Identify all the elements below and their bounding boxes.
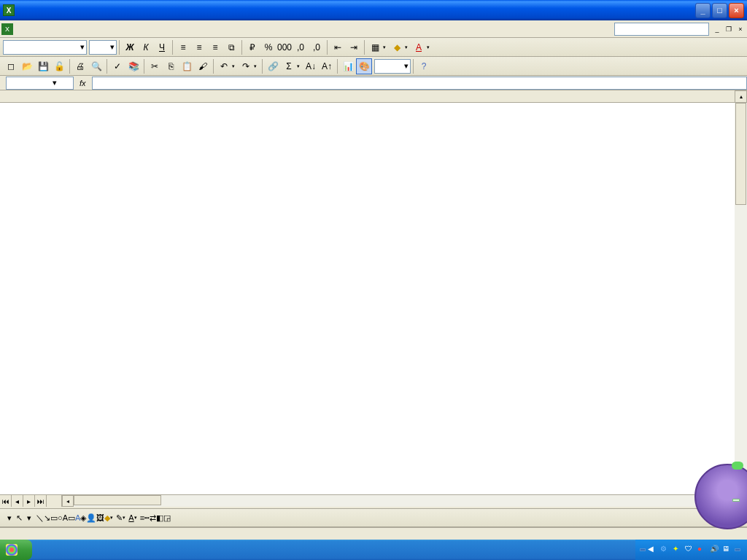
doc-minimize-button[interactable]: _ [712,24,722,34]
textbox-button[interactable]: A▭ [63,513,75,523]
print-preview-button[interactable]: 🔍 [88,58,104,74]
permission-button[interactable]: 🔓 [51,58,67,74]
dash-style-button[interactable]: ┅ [144,513,150,523]
tray-icon[interactable]: ● [697,545,708,555]
help-button[interactable]: ? [416,58,432,74]
decrease-indent-button[interactable]: ⇤ [330,39,346,55]
bold-button[interactable]: Ж [122,39,138,55]
autosum-button[interactable]: Σ [281,58,297,74]
print-button[interactable]: 🖨 [72,58,88,74]
scroll-left-button[interactable]: ◂ [62,495,74,507]
menu-insert[interactable] [48,27,58,31]
start-button[interactable] [0,540,32,560]
menu-file[interactable] [18,27,28,31]
menu-format[interactable] [58,27,69,31]
increase-decimal-button[interactable]: ,0 [293,39,309,55]
diagram-button[interactable]: ◈ [80,513,86,523]
select-objects-button[interactable]: ↖ [16,513,23,523]
tab-next-button[interactable]: ▸ [23,495,35,507]
menu-edit[interactable] [28,27,38,31]
help-search-input[interactable] [614,23,709,36]
shadow-button[interactable]: ◧ [156,513,163,523]
tray-icon[interactable]: 🛡 [685,545,695,555]
hyperlink-button[interactable]: 🔗 [265,58,281,74]
name-box[interactable]: ▾ [6,77,74,90]
spelling-button[interactable]: ✓ [109,58,125,74]
menu-data[interactable] [79,27,89,31]
tray-icon[interactable]: ✦ [673,545,683,555]
decrease-decimal-button[interactable]: ,0 [309,39,325,55]
scroll-up-button[interactable]: ▴ [735,90,747,103]
sort-asc-button[interactable]: A↓ [303,58,319,74]
align-left-button[interactable]: ≡ [175,39,191,55]
picture-button[interactable]: 🖼 [96,513,104,522]
tab-last-button[interactable]: ⏭ [35,495,47,507]
fill-color-draw-button[interactable]: ◆ [104,513,110,523]
lang-indicator-2[interactable] [735,548,740,551]
tray-icon[interactable]: 🔊 [710,545,720,555]
cut-button[interactable]: ✂ [147,58,163,74]
italic-button[interactable]: К [138,39,154,55]
system-tray[interactable]: ◀ ⚙ ✦ 🛡 ● 🔊 🖥 [635,540,747,560]
open-button[interactable]: 📂 [19,58,35,74]
tray-icon[interactable]: 🖥 [722,545,732,555]
tray-icon[interactable]: ⚙ [660,545,670,555]
3d-button[interactable]: ◲ [163,513,171,523]
megafon-widget[interactable] [678,462,747,524]
font-name-combo[interactable]: ▾ [3,40,87,55]
tab-prev-button[interactable]: ◂ [12,495,23,507]
arrow-style-button[interactable]: ⇄ [150,513,156,523]
scroll-thumb[interactable] [735,103,746,205]
redo-button[interactable]: ↷ [238,58,254,74]
merge-center-button[interactable]: ⧉ [223,39,239,55]
minimize-button[interactable]: _ [695,3,711,18]
close-button[interactable]: × [729,3,744,18]
formula-input[interactable] [92,77,747,90]
sort-desc-button[interactable]: A↑ [319,58,335,74]
font-color-button[interactable]: A [411,39,427,55]
doc-restore-button[interactable]: ❐ [724,24,734,34]
rectangle-button[interactable]: ▭ [50,513,58,523]
research-button[interactable]: 📚 [125,58,142,74]
font-color-draw-button[interactable]: A [128,513,133,522]
vertical-scrollbar[interactable]: ▴ ▾ [735,90,747,507]
fill-color-button[interactable]: ◆ [389,39,405,55]
copy-button[interactable]: ⎘ [163,58,179,74]
chart-wizard-button[interactable]: 📊 [340,58,356,74]
currency-button[interactable]: ₽ [244,39,260,55]
font-size-combo[interactable]: ▾ [89,40,117,55]
comma-button[interactable]: 000 [276,39,293,55]
undo-button[interactable]: ↶ [216,58,232,74]
clipart-button[interactable]: 👤 [86,513,96,523]
format-painter-button[interactable]: 🖌 [195,58,211,74]
oval-button[interactable]: ○ [58,513,63,522]
tab-first-button[interactable]: ⏮ [0,495,12,507]
horizontal-scrollbar[interactable]: ◂ ▸ [61,495,735,507]
actions-menu[interactable]: ▾ [3,513,16,523]
drawing-button[interactable]: 🎨 [356,58,372,74]
lang-indicator-1[interactable] [640,548,646,551]
tray-icon[interactable]: ◀ [648,545,658,555]
line-color-button[interactable]: ✎ [116,513,123,523]
hscroll-thumb[interactable] [74,495,161,505]
menu-view[interactable] [38,27,48,31]
autoshapes-menu[interactable]: ▾ [23,513,36,523]
align-center-button[interactable]: ≡ [191,39,207,55]
new-button[interactable]: ◻ [3,58,19,74]
increase-indent-button[interactable]: ⇥ [346,39,362,55]
wordart-button[interactable]: A [75,513,80,522]
spreadsheet-grid[interactable] [0,90,735,494]
line-button[interactable]: ＼ [36,513,44,524]
percent-button[interactable]: % [260,39,276,55]
doc-close-button[interactable]: × [735,24,746,34]
save-button[interactable]: 💾 [35,58,51,74]
zoom-combo[interactable]: ▾ [374,59,411,74]
borders-button[interactable]: ▦ [367,39,383,55]
menu-tools[interactable] [69,27,79,31]
arrow-button[interactable]: ↘ [44,513,50,523]
menu-window[interactable] [89,27,99,31]
menu-help[interactable] [99,27,109,31]
fx-icon[interactable]: fx [80,79,86,88]
maximize-button[interactable]: □ [712,3,727,18]
paste-button[interactable]: 📋 [179,58,195,74]
